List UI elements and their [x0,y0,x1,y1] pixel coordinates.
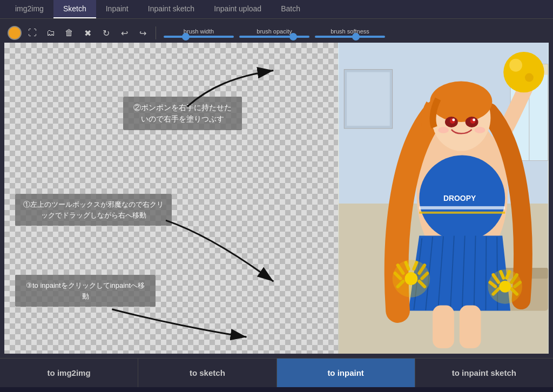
action-bar: to img2img to sketch to inpaint to inpai… [0,358,553,387]
annotation-inpaint: ③to inpaintをクリックしてinpaintへ移動 [15,275,156,307]
to-inpaint-sketch-button[interactable]: to inpaint sketch [415,359,553,387]
to-inpaint-button[interactable]: to inpaint [277,359,415,387]
svg-point-54 [499,281,511,293]
brush-opacity-control: brush opacity [239,28,309,38]
svg-point-31 [452,119,455,121]
svg-rect-23 [433,306,454,348]
annotation-toolbox: ①左上のツールボックスが邪魔なので右クリックでドラッグしながら右へ移動 [15,194,172,226]
brush-width-control: brush width [164,28,234,38]
svg-text:DROOPY: DROOPY [443,194,476,202]
color-swatch[interactable] [8,26,22,40]
to-img2img-button[interactable]: to img2img [0,359,138,387]
tab-sketch[interactable]: Sketch [53,0,96,18]
svg-point-56 [509,59,522,72]
undo-icon[interactable]: ↩ [117,25,132,40]
tab-bar: img2img Sketch Inpaint Inpaint sketch In… [0,0,553,19]
trash-icon[interactable]: 🗑 [62,25,77,40]
cancel-icon[interactable]: ✖ [80,25,95,40]
image-panel: DROOPY [338,43,549,354]
brush-softness-control: brush softness [315,28,385,38]
svg-rect-13 [419,206,505,209]
main-area: ⛶ 🗂 🗑 ✖ ↻ ↩ ↪ brush width brush opacity … [0,19,553,358]
brush-softness-slider[interactable] [315,36,385,38]
redo-icon[interactable]: ↪ [135,25,150,40]
annotation-pom: ②ポンポンを右手に持たせたいので右手を塗りつぶす [123,97,242,130]
folder-icon[interactable]: 🗂 [43,25,58,40]
tab-img2img[interactable]: img2img [5,0,53,18]
tab-inpaint-sketch[interactable]: Inpaint sketch [138,0,204,18]
toolbar: ⛶ 🗂 🗑 ✖ ↻ ↩ ↪ brush width brush opacity … [4,23,549,43]
separator [156,26,156,39]
tab-inpaint[interactable]: Inpaint [96,0,138,18]
resize-icon[interactable]: ⛶ [25,25,40,40]
svg-line-21 [485,236,486,310]
canvas-wrapper: ②ポンポンを右手に持たせたいので右手を塗りつぶす ①左上のツールボックスが邪魔な… [4,43,549,354]
svg-rect-14 [419,212,505,214]
sketch-canvas[interactable]: ②ポンポンを右手に持たせたいので右手を塗りつぶす ①左上のツールボックスが邪魔な… [4,43,338,354]
brush-width-slider[interactable] [164,36,234,38]
svg-point-32 [473,119,475,121]
svg-point-33 [438,127,449,133]
svg-point-34 [475,127,485,133]
svg-point-55 [503,52,544,92]
anime-character: DROOPY [338,43,549,354]
tab-inpaint-upload[interactable]: Inpaint upload [204,0,271,18]
svg-point-44 [404,272,417,285]
svg-point-57 [525,73,534,82]
to-sketch-button[interactable]: to sketch [138,359,276,387]
brush-opacity-slider[interactable] [239,36,309,38]
tab-batch[interactable]: Batch [271,0,310,18]
svg-rect-4 [347,72,389,126]
refresh-icon[interactable]: ↻ [98,25,113,40]
svg-rect-24 [460,306,481,348]
